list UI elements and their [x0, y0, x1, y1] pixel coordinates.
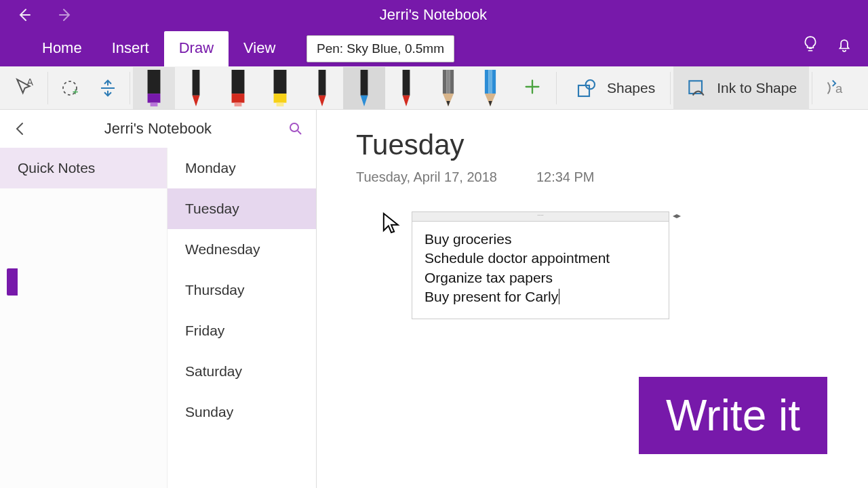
draw-toolbar: A + — [0, 66, 868, 110]
ink-to-shape-label: Ink to Shape — [717, 80, 797, 96]
note-resize-handle[interactable]: ◂▸ — [673, 211, 681, 220]
page-item[interactable]: Friday — [167, 310, 316, 351]
svg-marker-24 — [446, 100, 450, 106]
pen-highlighter-purple[interactable] — [133, 67, 175, 109]
svg-rect-9 — [232, 94, 245, 103]
page-item[interactable]: Thursday — [167, 270, 316, 310]
note-line[interactable]: Buy groceries — [425, 230, 656, 249]
svg-rect-11 — [274, 70, 287, 94]
svg-rect-26 — [488, 70, 492, 94]
svg-rect-4 — [148, 94, 161, 103]
svg-rect-3 — [148, 70, 161, 94]
search-button[interactable] — [288, 121, 304, 137]
svg-rect-5 — [151, 102, 158, 106]
page-time: 12:34 PM — [536, 169, 595, 185]
shapes-button[interactable]: Shapes — [559, 66, 667, 110]
svg-rect-27 — [492, 70, 496, 94]
notebook-name[interactable]: Jerri's Notebook — [28, 120, 288, 138]
svg-point-31 — [586, 80, 595, 89]
svg-rect-18 — [403, 70, 410, 96]
text-select-tool[interactable]: A — [7, 69, 45, 107]
page-title[interactable]: Tuesday — [356, 129, 868, 161]
note-body[interactable]: Buy groceries Schedule doctor appointmen… — [412, 222, 669, 319]
svg-text:A: A — [26, 77, 33, 87]
pen-red-1[interactable] — [175, 67, 217, 109]
svg-text:a: a — [835, 81, 843, 96]
app-title: Jerri's Notebook — [73, 6, 793, 24]
nav-back-button[interactable] — [16, 7, 33, 23]
section-item[interactable]: Quick Notes — [0, 148, 167, 188]
pen-gallery — [133, 67, 553, 109]
svg-rect-16 — [361, 70, 368, 96]
svg-point-34 — [290, 123, 298, 131]
svg-marker-29 — [488, 100, 492, 106]
page-date: Tuesday, April 17, 2018 — [356, 169, 497, 185]
svg-rect-30 — [578, 85, 589, 96]
pencil-gray[interactable] — [427, 67, 469, 109]
svg-rect-8 — [232, 70, 245, 94]
svg-rect-14 — [319, 70, 326, 96]
svg-marker-19 — [403, 95, 410, 106]
svg-rect-20 — [443, 70, 446, 94]
page-item[interactable]: Saturday — [167, 351, 316, 392]
page-item[interactable]: Wednesday — [167, 229, 316, 270]
pen-highlighter-yellow[interactable] — [259, 67, 301, 109]
pages-list: Monday Tuesday Wednesday Thursday Friday… — [167, 148, 316, 488]
ink-to-text-button[interactable]: a — [815, 69, 856, 107]
svg-text:+: + — [73, 85, 79, 97]
add-pen-button[interactable] — [511, 67, 553, 109]
notifications-icon[interactable] — [835, 35, 853, 53]
note-drag-handle[interactable]: ····◂▸ — [412, 212, 669, 222]
overlay-banner: Write it — [639, 377, 827, 454]
page-item[interactable]: Sunday — [167, 392, 316, 432]
notebook-back-button[interactable] — [12, 121, 28, 137]
sidebar: Jerri's Notebook Quick Notes Monday Tues… — [0, 110, 317, 488]
page-item[interactable]: Tuesday — [167, 188, 316, 229]
ribbon-tabs: Home Insert Draw View Pen: Sky Blue, 0.5… — [0, 30, 868, 66]
svg-rect-13 — [277, 102, 284, 106]
note-line[interactable]: Schedule doctor appointment — [425, 249, 656, 268]
nav-forward-button[interactable] — [57, 7, 73, 23]
tab-view[interactable]: View — [229, 31, 290, 66]
pencil-blue[interactable] — [469, 67, 511, 109]
svg-rect-6 — [193, 70, 200, 96]
svg-marker-17 — [361, 95, 368, 106]
note-line[interactable]: Organize tax papers — [425, 268, 656, 287]
note-line[interactable]: Buy present for Carly — [425, 287, 656, 306]
svg-rect-22 — [450, 70, 454, 94]
pen-highlighter-red[interactable] — [217, 67, 259, 109]
svg-marker-7 — [193, 95, 200, 106]
shapes-label: Shapes — [607, 80, 655, 96]
pen-red-3[interactable] — [385, 67, 427, 109]
tab-draw[interactable]: Draw — [164, 31, 229, 66]
pen-tooltip: Pen: Sky Blue, 0.5mm — [307, 35, 454, 62]
insert-space-tool[interactable] — [89, 69, 127, 107]
lasso-select-tool[interactable]: + — [51, 69, 89, 107]
ink-to-shape-button[interactable]: Ink to Shape — [673, 66, 809, 110]
svg-rect-12 — [274, 94, 287, 103]
section-color-tab[interactable] — [7, 268, 18, 296]
svg-rect-25 — [485, 70, 488, 94]
tips-icon[interactable] — [802, 35, 819, 53]
note-container[interactable]: ····◂▸ Buy groceries Schedule doctor app… — [412, 211, 669, 319]
tab-insert[interactable]: Insert — [97, 31, 164, 66]
pen-red-2[interactable] — [301, 67, 343, 109]
svg-marker-15 — [319, 95, 326, 106]
sections-list: Quick Notes — [0, 148, 167, 488]
page-item[interactable]: Monday — [167, 148, 316, 188]
titlebar: Jerri's Notebook — [0, 0, 868, 30]
tab-home[interactable]: Home — [27, 31, 97, 66]
svg-rect-21 — [446, 70, 450, 94]
pen-sky-blue[interactable] — [343, 67, 385, 109]
svg-rect-10 — [235, 102, 242, 106]
page-canvas[interactable]: Tuesday Tuesday, April 17, 2018 12:34 PM… — [317, 110, 868, 488]
